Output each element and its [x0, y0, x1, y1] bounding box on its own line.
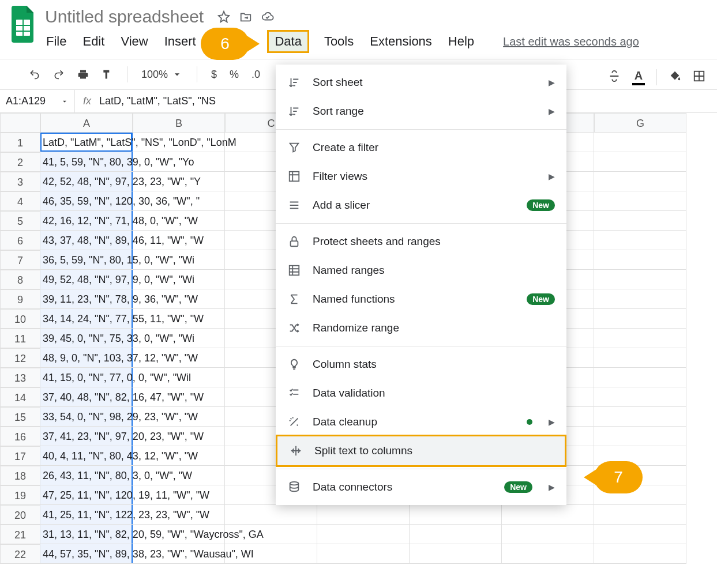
mi-column-stats[interactable]: Column stats — [276, 350, 566, 379]
cell[interactable] — [410, 525, 502, 544]
cell[interactable] — [317, 505, 410, 525]
mi-named-functions[interactable]: Named functionsNew — [276, 285, 566, 314]
row-header[interactable]: 4 — [0, 191, 40, 211]
cell[interactable] — [594, 427, 686, 446]
row-header[interactable]: 22 — [0, 544, 40, 564]
row-header[interactable]: 7 — [0, 250, 40, 270]
mi-filter-views[interactable]: Filter views▶ — [276, 162, 566, 191]
cell[interactable] — [594, 250, 686, 270]
cell[interactable] — [594, 544, 686, 564]
text-color-icon[interactable]: A — [632, 69, 645, 85]
row-header[interactable]: 19 — [0, 485, 40, 505]
menu-file[interactable]: File — [45, 32, 67, 51]
cell[interactable] — [594, 172, 686, 191]
row-header[interactable]: 9 — [0, 289, 40, 309]
cell[interactable]: 39, 11, 23, "N", 78, 9, 36, "W", "W — [40, 289, 133, 309]
cell[interactable] — [502, 544, 594, 564]
cell[interactable] — [594, 133, 686, 152]
mi-add-slicer[interactable]: Add a slicerNew — [276, 191, 566, 220]
menu-help[interactable]: Help — [447, 32, 475, 51]
doc-title[interactable]: Untitled spreadsheet — [45, 7, 204, 27]
cell[interactable]: 37, 41, 23, "N", 97, 20, 23, "W", "W — [40, 427, 133, 446]
cell[interactable] — [410, 505, 502, 525]
row-header[interactable]: 18 — [0, 466, 40, 485]
cell[interactable] — [225, 505, 317, 525]
mi-data-connectors[interactable]: Data connectorsNew▶ — [276, 473, 566, 502]
cell[interactable] — [594, 329, 686, 348]
menu-view[interactable]: View — [119, 32, 149, 51]
cell[interactable]: 41, 5, 59, "N", 80, 39, 0, "W", "Yo — [40, 152, 133, 172]
cell[interactable]: 26, 43, 11, "N", 80, 3, 0, "W", "W — [40, 466, 133, 485]
row-header[interactable]: 11 — [0, 329, 40, 348]
cell[interactable] — [502, 525, 594, 544]
cell[interactable]: 34, 14, 24, "N", 77, 55, 11, "W", "W — [40, 309, 133, 329]
decrease-decimal[interactable]: .0 — [248, 66, 264, 83]
row-header[interactable]: 20 — [0, 505, 40, 525]
cell[interactable]: 41, 15, 0, "N", 77, 0, 0, "W", "Wil — [40, 368, 133, 387]
cell[interactable] — [594, 152, 686, 172]
cloud-saved-icon[interactable] — [261, 10, 274, 23]
row-header[interactable]: 5 — [0, 211, 40, 231]
row-header[interactable]: 10 — [0, 309, 40, 329]
mi-data-cleanup[interactable]: Data cleanup▶ — [276, 408, 566, 436]
cell[interactable] — [594, 231, 686, 250]
mi-randomize[interactable]: Randomize range — [276, 314, 566, 342]
row-header[interactable]: 15 — [0, 407, 40, 427]
column-header[interactable]: A — [40, 113, 133, 133]
menu-data[interactable]: Data — [267, 30, 309, 53]
cell[interactable] — [594, 289, 686, 309]
row-header[interactable]: 2 — [0, 152, 40, 172]
row-header[interactable]: 3 — [0, 172, 40, 191]
row-header[interactable]: 12 — [0, 348, 40, 368]
cell[interactable]: 36, 5, 59, "N", 80, 15, 0, "W", "Wi — [40, 250, 133, 270]
cell[interactable] — [594, 348, 686, 368]
cell[interactable]: 40, 4, 11, "N", 80, 43, 12, "W", "W — [40, 446, 133, 466]
format-currency[interactable]: $ — [208, 66, 220, 83]
cell[interactable] — [594, 387, 686, 407]
print-icon[interactable] — [74, 66, 92, 82]
borders-icon[interactable] — [693, 70, 705, 85]
menu-extensions[interactable]: Extensions — [369, 32, 433, 51]
cell[interactable] — [410, 544, 502, 564]
sheets-logo[interactable] — [9, 7, 37, 42]
row-header[interactable]: 8 — [0, 270, 40, 289]
undo-icon[interactable] — [25, 66, 44, 82]
formula-bar[interactable]: LatD, "LatM", "LatS", "NS — [99, 95, 216, 107]
row-header[interactable]: 14 — [0, 387, 40, 407]
cell[interactable]: 41, 25, 11, "N", 122, 23, 23, "W", "W — [40, 505, 133, 525]
mi-sort-range[interactable]: Sort range▶ — [276, 97, 566, 126]
cell[interactable]: 43, 37, 48, "N", 89, 46, 11, "W", "W — [40, 231, 133, 250]
cell[interactable] — [594, 191, 686, 211]
row-header[interactable]: 1 — [0, 133, 40, 152]
mi-sort-sheet[interactable]: Sort sheet▶ — [276, 68, 566, 97]
menu-insert[interactable]: Insert — [163, 32, 197, 51]
column-header[interactable]: G — [594, 113, 686, 133]
cell[interactable] — [502, 505, 594, 525]
cell[interactable] — [594, 525, 686, 544]
mi-named-ranges[interactable]: Named ranges — [276, 256, 566, 285]
cell[interactable] — [594, 407, 686, 427]
cell[interactable]: 39, 45, 0, "N", 75, 33, 0, "W", "Wi — [40, 329, 133, 348]
mi-create-filter[interactable]: Create a filter — [276, 133, 566, 162]
cell[interactable]: 46, 35, 59, "N", 120, 30, 36, "W", " — [40, 191, 133, 211]
row-header[interactable]: 16 — [0, 427, 40, 446]
row-header[interactable]: 6 — [0, 231, 40, 250]
mi-split-text[interactable]: Split text to columns — [276, 435, 566, 467]
star-icon[interactable] — [217, 10, 230, 23]
cell[interactable]: 42, 52, 48, "N", 97, 23, 23, "W", "Y — [40, 172, 133, 191]
menu-tools[interactable]: Tools — [323, 32, 355, 51]
name-box[interactable]: A1:A129 — [0, 90, 75, 112]
mi-protect[interactable]: Protect sheets and ranges — [276, 227, 566, 256]
cell[interactable]: 47, 25, 11, "N", 120, 19, 11, "W", "W — [40, 485, 133, 505]
mi-data-validation[interactable]: Data validation — [276, 379, 566, 408]
column-header[interactable]: B — [133, 113, 225, 133]
strikethrough-icon[interactable] — [608, 70, 621, 85]
cell[interactable] — [317, 525, 410, 544]
cell[interactable] — [317, 544, 410, 564]
row-header[interactable]: 13 — [0, 368, 40, 387]
redo-icon[interactable] — [50, 66, 68, 82]
row-header[interactable]: 21 — [0, 525, 40, 544]
cell[interactable] — [594, 309, 686, 329]
cell[interactable]: 31, 13, 11, "N", 82, 20, 59, "W", "Waycr… — [40, 525, 133, 544]
last-edit-link[interactable]: Last edit was seconds ago — [503, 35, 639, 48]
